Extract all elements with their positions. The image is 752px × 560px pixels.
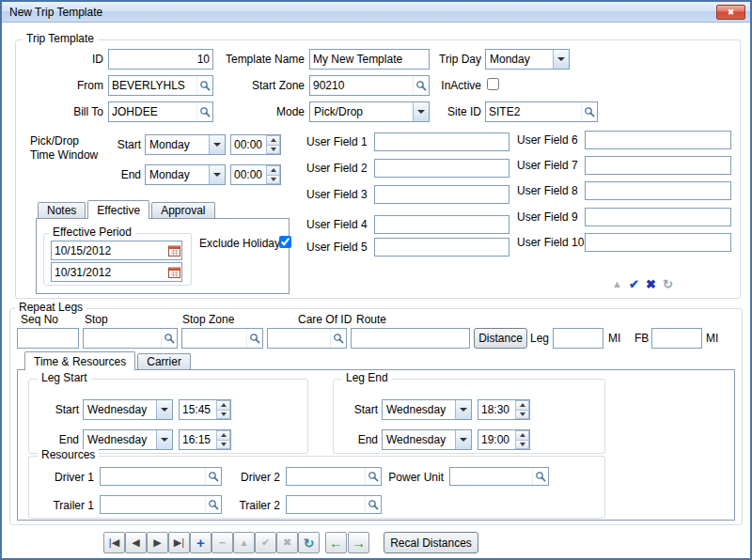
leg-start-end-time-input[interactable] — [180, 430, 216, 449]
shift-left-button[interactable]: ← — [325, 532, 347, 553]
spin-down-button[interactable] — [266, 146, 280, 155]
leg-start-start-day-select[interactable]: Wednesday — [83, 399, 173, 420]
collapse-button[interactable]: ▲ — [609, 275, 625, 292]
pd-start-time-input[interactable] — [231, 135, 266, 154]
id-input[interactable] — [109, 50, 212, 69]
care-of-id-input[interactable] — [268, 329, 330, 348]
trailer2-input[interactable] — [287, 496, 365, 513]
trailer1-lookup-button[interactable] — [205, 496, 221, 513]
leg-end-start-time-input[interactable] — [478, 400, 515, 419]
start-zone-input[interactable] — [310, 76, 413, 95]
close-button[interactable]: ✖ — [716, 5, 745, 20]
spin-up-button[interactable] — [266, 165, 280, 176]
user-field-4-input[interactable] — [375, 216, 509, 233]
route-input[interactable] — [352, 329, 469, 348]
user-field-7-input[interactable] — [586, 157, 730, 174]
inactive-checkbox[interactable] — [487, 78, 499, 90]
nav-first-button[interactable]: |◀ — [103, 532, 125, 553]
leg-start-end-day-select[interactable]: Wednesday — [83, 429, 173, 450]
nav-last-button[interactable]: ▶| — [168, 532, 190, 553]
trip-day-dropdown-button[interactable] — [553, 50, 569, 69]
leg-input[interactable] — [554, 329, 603, 348]
spin-down-button[interactable] — [515, 411, 529, 420]
bill-to-input[interactable] — [109, 102, 196, 121]
effective-from-calendar-button[interactable] — [166, 241, 181, 259]
trailer2-lookup-button[interactable] — [365, 496, 381, 513]
nav-post-button[interactable]: ✔ — [255, 532, 276, 553]
leg-end-end-time-input[interactable] — [478, 430, 515, 449]
nav-delete-button[interactable]: − — [212, 532, 233, 553]
leg-start-start-dropdown-button[interactable] — [156, 400, 172, 419]
driver1-input[interactable] — [101, 468, 205, 485]
shift-right-button[interactable]: → — [348, 532, 369, 553]
effective-to-calendar-button[interactable] — [166, 263, 181, 281]
tab-approval[interactable]: Approval — [151, 202, 214, 218]
nav-next-button[interactable]: ▶ — [147, 532, 168, 553]
user-field-8-input[interactable] — [586, 182, 730, 199]
seq-no-input[interactable] — [18, 329, 78, 348]
nav-cancel-button[interactable]: ✖ — [276, 532, 298, 553]
effective-from-input[interactable] — [52, 241, 166, 259]
mode-dropdown-button[interactable] — [413, 102, 429, 121]
recal-distances-button[interactable]: Recal Distances — [384, 532, 478, 553]
leg-end-end-day-select[interactable]: Wednesday — [382, 429, 472, 450]
leg-start-end-dropdown-button[interactable] — [156, 430, 172, 449]
user-field-6-input[interactable] — [586, 132, 730, 148]
site-id-lookup-button[interactable] — [581, 102, 597, 121]
nav-insert-button[interactable]: + — [190, 532, 212, 553]
refresh-button[interactable]: ↻ — [660, 275, 676, 292]
pd-start-day-select[interactable]: Monday — [145, 134, 226, 155]
spin-up-button[interactable] — [216, 430, 230, 441]
pd-start-dropdown-button[interactable] — [209, 135, 225, 154]
stop-zone-input[interactable] — [182, 329, 246, 348]
nav-prior-button[interactable]: ◀ — [125, 532, 147, 553]
from-input[interactable] — [109, 76, 196, 95]
site-id-input[interactable] — [486, 102, 581, 121]
user-field-9-input[interactable] — [586, 209, 730, 226]
tab-carrier[interactable]: Carrier — [137, 353, 191, 369]
stop-lookup-button[interactable] — [161, 329, 177, 348]
effective-to-input[interactable] — [52, 263, 166, 281]
pd-end-day-select[interactable]: Monday — [145, 164, 226, 185]
fb-input[interactable] — [652, 329, 701, 348]
from-lookup-button[interactable] — [196, 76, 212, 95]
nav-edit-button[interactable]: ▲ — [233, 532, 255, 553]
mode-select[interactable]: Pick/Drop — [309, 101, 430, 122]
power-unit-input[interactable] — [450, 468, 532, 485]
spin-down-button[interactable] — [216, 441, 230, 450]
user-field-5-input[interactable] — [375, 239, 509, 256]
title-bar[interactable]: New Trip Template — [2, 2, 750, 23]
user-field-10-input[interactable] — [586, 234, 730, 251]
trailer1-input[interactable] — [101, 496, 205, 513]
trip-day-select[interactable]: Monday — [485, 49, 570, 70]
user-field-1-input[interactable] — [375, 133, 509, 150]
spin-up-button[interactable] — [515, 430, 529, 441]
stop-zone-lookup-button[interactable] — [246, 329, 262, 348]
exclude-holiday-checkbox[interactable] — [279, 236, 291, 248]
stop-input[interactable] — [84, 329, 161, 348]
spin-up-button[interactable] — [216, 400, 230, 411]
user-field-3-input[interactable] — [375, 186, 509, 203]
driver2-input[interactable] — [287, 468, 365, 485]
user-field-2-input[interactable] — [375, 160, 509, 177]
spin-down-button[interactable] — [216, 411, 230, 420]
tab-time-resources[interactable]: Time & Resources — [24, 351, 135, 370]
care-of-id-lookup-button[interactable] — [330, 329, 346, 348]
nav-refresh-button[interactable]: ↻ — [298, 532, 320, 553]
cancel-button[interactable]: ✖ — [643, 275, 659, 292]
driver2-lookup-button[interactable] — [365, 468, 381, 485]
driver1-lookup-button[interactable] — [205, 468, 221, 485]
leg-end-start-day-select[interactable]: Wednesday — [382, 399, 472, 420]
tab-effective[interactable]: Effective — [87, 200, 149, 219]
pd-end-time-input[interactable] — [231, 165, 266, 184]
bill-to-lookup-button[interactable] — [196, 102, 212, 121]
leg-start-start-time-input[interactable] — [180, 400, 216, 419]
spin-up-button[interactable] — [266, 135, 280, 146]
spin-down-button[interactable] — [515, 441, 529, 450]
template-name-input[interactable] — [310, 50, 429, 69]
tab-notes[interactable]: Notes — [38, 202, 86, 218]
leg-end-end-dropdown-button[interactable] — [455, 430, 471, 449]
distance-button[interactable]: Distance — [474, 328, 527, 349]
post-button[interactable]: ✔ — [626, 275, 642, 292]
start-zone-lookup-button[interactable] — [413, 76, 429, 95]
